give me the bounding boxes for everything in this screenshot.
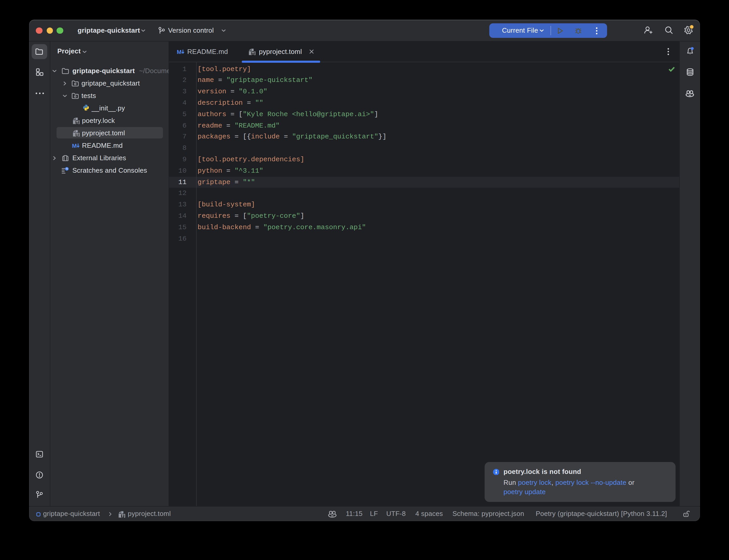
svg-text:M: M	[177, 49, 182, 55]
svg-text:M: M	[72, 142, 77, 149]
